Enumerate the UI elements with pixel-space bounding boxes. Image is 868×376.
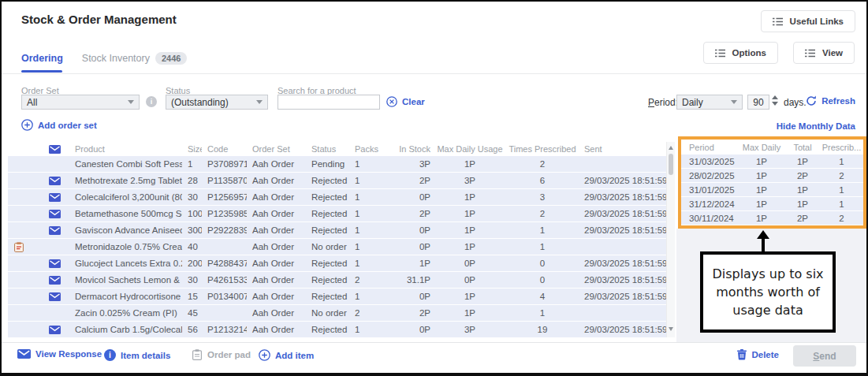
cell-prescribed: 2: [820, 171, 863, 181]
cell-times-prescribed: 4: [506, 292, 579, 301]
scrollbar-thumb[interactable]: [669, 154, 673, 175]
envelope-icon: [49, 193, 61, 202]
item-details-button[interactable]: i Item details: [104, 349, 170, 361]
column-header-times-prescribed: Times Prescribed: [506, 144, 579, 154]
cell-times-prescribed: 1: [506, 225, 579, 235]
cell-in-stock: 1P: [385, 259, 434, 268]
usage-column-prescribed: Prescrib...: [820, 143, 863, 152]
spinner-down-icon[interactable]: [772, 102, 778, 106]
cell-code: P1213214: [202, 325, 247, 334]
cell-code: P2922839: [202, 225, 247, 235]
cell-period: 30/11/2024: [681, 214, 738, 223]
cell-size: 1: [182, 159, 202, 169]
table-row[interactable]: Methotrexate 2.5mg Tablets 28 P1135870 A…: [8, 173, 666, 188]
cell-packs: 1: [349, 259, 385, 268]
view-response-label: View Response: [35, 349, 102, 359]
add-order-set-button[interactable]: Add order set: [21, 119, 97, 131]
cell-code: P4261533: [202, 275, 247, 285]
table-row[interactable]: Betamethasone 500mcg So... 100 P1235985 …: [8, 206, 666, 222]
cell-sent: 29/03/2025 18:51:59: [579, 209, 666, 218]
scrollbar-up-icon[interactable]: [669, 146, 673, 150]
table-row[interactable]: Canesten Combi Soft Pess/... 1 P3708971 …: [8, 156, 666, 172]
tab-ordering[interactable]: Ordering: [21, 53, 63, 64]
useful-links-label: Useful Links: [790, 17, 844, 26]
usage-column-max-daily: Max Daily: [738, 143, 785, 152]
table-row[interactable]: Zacin 0.025% Cream (PI) 45 Aah Order No …: [8, 305, 666, 321]
cell-max-daily: 1P: [738, 214, 785, 223]
cell-order-set: Aah Order: [247, 192, 306, 202]
cell-status: Rejected: [306, 292, 349, 301]
cell-status: Rejected: [306, 176, 349, 185]
usage-table-row[interactable]: 31/03/2025 1P 1P 1: [681, 154, 863, 168]
cell-total: 1P: [785, 199, 820, 209]
cell-sent: 29/03/2025 18:51:59: [579, 325, 666, 334]
cell-max-daily-usage: 1P: [434, 308, 506, 318]
cell-status: Pending: [306, 159, 349, 169]
scrollbar-down-icon[interactable]: [669, 327, 673, 331]
divider: [2, 342, 866, 343]
order-pad-button[interactable]: Order pad: [192, 349, 251, 360]
order-set-select[interactable]: All: [21, 95, 140, 110]
cell-product: Glucoject Lancets Extra 0.2...: [69, 259, 182, 268]
cell-order-set: Aah Order: [247, 225, 306, 235]
table-row[interactable]: Metronidazole 0.75% Cream 40 Aah Order N…: [8, 239, 666, 255]
plus-circle-icon: [259, 349, 270, 361]
table-row[interactable]: Glucoject Lancets Extra 0.2... 200 P4288…: [8, 255, 666, 271]
delete-button[interactable]: Delete: [737, 349, 779, 360]
cell-order-set: Aah Order: [247, 242, 306, 251]
table-row[interactable]: Dermacort Hydrocortisone ... 15 P0134007…: [8, 289, 666, 304]
cell-product: Betamethasone 500mcg So...: [69, 209, 182, 218]
cell-in-stock: 2P: [385, 209, 434, 218]
table-row[interactable]: Gaviscon Advance Aniseed... 300 P2922839…: [8, 222, 666, 238]
view-response-button[interactable]: View Response: [17, 349, 102, 359]
cell-times-prescribed: 6: [506, 176, 579, 185]
clear-button[interactable]: Clear: [386, 96, 425, 107]
days-stepper[interactable]: 90: [747, 95, 769, 110]
usage-table-row[interactable]: 31/12/2024 1P 1P 1: [681, 197, 863, 210]
column-header-code: Code: [202, 144, 247, 154]
vertical-scrollbar[interactable]: [666, 142, 675, 337]
envelope-icon: [49, 259, 61, 268]
tab-stock-inventory[interactable]: Stock Inventory 2446: [82, 52, 188, 65]
cell-max-daily-usage: 1P: [434, 209, 506, 218]
cell-product: Metronidazole 0.75% Cream: [69, 242, 182, 251]
cell-in-stock: 0P: [385, 325, 434, 334]
options-button[interactable]: Options: [703, 42, 778, 64]
item-details-label: Item details: [121, 351, 170, 360]
usage-table-row[interactable]: 31/01/2025 1P 1P 1: [681, 183, 863, 196]
list-icon: [773, 17, 783, 26]
cell-in-stock: 3P: [385, 159, 434, 169]
cell-total: 1P: [785, 157, 820, 166]
cell-size: 56: [182, 325, 202, 334]
list-icon: [805, 49, 815, 58]
view-button[interactable]: View: [793, 42, 855, 64]
useful-links-button[interactable]: Useful Links: [761, 10, 855, 32]
days-spinner[interactable]: [772, 95, 778, 106]
add-item-button[interactable]: Add item: [259, 349, 314, 361]
status-select[interactable]: (Outstanding): [166, 95, 268, 110]
period-select[interactable]: Daily: [676, 95, 743, 110]
table-row[interactable]: Movicol Sachets Lemon & ... 30 P4261533 …: [8, 272, 666, 288]
stock-inventory-count-badge: 2446: [155, 52, 187, 65]
usage-table-row[interactable]: 30/11/2024 1P 2P 2: [681, 211, 863, 225]
hide-monthly-data-link[interactable]: Hide Monthly Data: [777, 121, 855, 131]
cell-times-prescribed: 2: [506, 209, 579, 218]
cell-max-daily-usage: 1P: [434, 159, 506, 169]
spinner-up-icon[interactable]: [772, 95, 778, 99]
cell-times-prescribed: 3: [506, 192, 579, 202]
cell-order-set: Aah Order: [247, 259, 306, 268]
cell-packs: 1: [349, 159, 385, 169]
cell-packs: 1: [349, 292, 385, 301]
table-row[interactable]: Colecalciferol 3,200unit (80... 30 P1256…: [8, 189, 666, 205]
refresh-label: Refresh: [821, 96, 855, 106]
info-icon[interactable]: i: [146, 96, 157, 107]
cell-product: Zacin 0.025% Cream (PI): [69, 308, 182, 318]
view-label: View: [822, 48, 843, 58]
send-button[interactable]: Send: [793, 345, 856, 367]
order-table: Product Size Code Order Set Status Packs…: [8, 142, 675, 337]
usage-table-row[interactable]: 28/02/2025 1P 2P 2: [681, 169, 863, 182]
envelope-icon: [49, 276, 61, 285]
search-input[interactable]: [278, 95, 380, 110]
refresh-button[interactable]: Refresh: [806, 95, 855, 106]
table-row[interactable]: Calcium Carb 1.5g/Colecal ... 56 P121321…: [8, 322, 666, 337]
